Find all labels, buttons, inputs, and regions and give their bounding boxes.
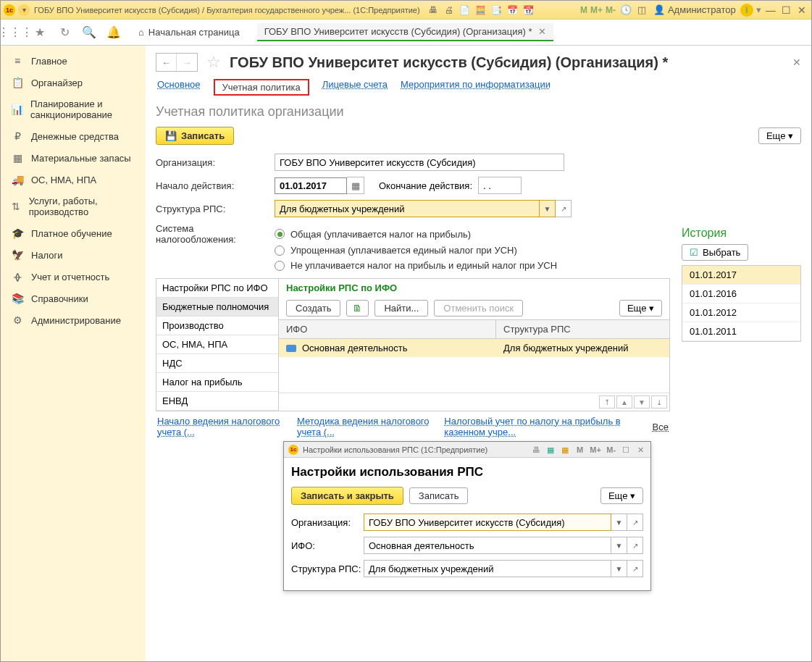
dialog-print-icon[interactable]: 🖶 <box>531 445 543 454</box>
find-button[interactable]: Найти... <box>374 300 428 317</box>
calc-icon[interactable]: 🧮 <box>475 4 487 16</box>
write-button[interactable]: 💾Записать <box>156 127 234 145</box>
dialog-m-icon[interactable]: M <box>574 445 586 454</box>
page-close-icon[interactable]: ✕ <box>792 56 801 68</box>
minimize-icon[interactable]: — <box>764 4 777 16</box>
end-date-field[interactable]: . . <box>478 177 522 194</box>
nav-down-icon[interactable]: ▼ <box>634 395 650 408</box>
sidebar-item-accounting[interactable]: ᚖУчет и отчетность <box>1 266 146 288</box>
cat-budget[interactable]: Бюджетные полномочия <box>156 298 278 317</box>
dialog-close-icon[interactable]: ✕ <box>635 445 646 455</box>
print2-icon[interactable]: 🖨 <box>443 4 455 16</box>
tab-policy[interactable]: Учетная политика <box>214 79 309 96</box>
cat-profit-tax[interactable]: Налог на прибыль <box>156 373 278 392</box>
favorite-icon[interactable]: ★ <box>33 25 47 40</box>
create-button[interactable]: Создать <box>286 300 340 317</box>
history-item[interactable]: 01.01.2011 <box>682 322 800 341</box>
start-date-field[interactable]: 01.01.2017 <box>275 177 347 194</box>
m-minus-icon[interactable]: М- <box>606 5 616 15</box>
dialog-maximize-icon[interactable]: ☐ <box>620 445 632 455</box>
dialog-ifo-dd-icon[interactable]: ▼ <box>611 537 627 554</box>
tax-radio-usn[interactable]: Упрощенная (уплачивается единый налог пр… <box>275 245 670 256</box>
m-icon[interactable]: М <box>580 5 587 15</box>
save-close-button[interactable]: Записать и закрыть <box>291 487 403 505</box>
dialog-org-dd-icon[interactable]: ▼ <box>611 514 627 531</box>
m-plus-icon[interactable]: М+ <box>590 5 603 15</box>
clock-icon[interactable]: 🕓 <box>620 4 632 15</box>
copy-button[interactable]: 🗎 <box>346 300 369 317</box>
cat-envd[interactable]: ЕНВД <box>156 392 278 411</box>
maximize-icon[interactable]: ☐ <box>779 4 792 16</box>
footer-link-2[interactable]: Методика ведения налогового учета (... <box>297 416 431 437</box>
dialog-save-button[interactable]: Записать <box>409 487 469 504</box>
dialog-more-button[interactable]: Еще ▾ <box>600 487 643 504</box>
footer-all-link[interactable]: Все <box>653 422 669 432</box>
footer-link-3[interactable]: Налоговый учет по налогу на прибыль в ка… <box>444 416 639 437</box>
rps-dropdown-icon[interactable]: ▼ <box>540 200 556 217</box>
sidebar-item-services[interactable]: ⇅Услуги, работы, производство <box>1 190 146 222</box>
history-icon[interactable]: ↻ <box>57 25 72 40</box>
calendar-picker-icon[interactable]: ▦ <box>347 177 364 194</box>
history-select-button[interactable]: ☑Выбрать <box>682 244 748 261</box>
cat-os[interactable]: ОС, НМА, НПА <box>156 335 278 354</box>
sidebar-item-os[interactable]: 🚚ОС, НМА, НПА <box>1 169 146 190</box>
sidebar-item-admin[interactable]: ⚙Администрирование <box>1 309 146 331</box>
cat-nds[interactable]: НДС <box>156 354 278 373</box>
apps-icon[interactable]: ⋮⋮⋮ <box>8 25 22 40</box>
dialog-date-icon[interactable]: ▦ <box>559 445 571 455</box>
doc-icon[interactable]: 📄 <box>459 4 471 16</box>
more-button[interactable]: Еще ▾ <box>758 127 801 144</box>
close-icon[interactable]: ✕ <box>795 4 808 16</box>
dialog-rps-open-icon[interactable]: ↗ <box>627 560 643 577</box>
back-icon[interactable]: ← <box>156 54 177 71</box>
rps-open-icon[interactable]: ↗ <box>556 200 572 217</box>
tab-close-icon[interactable]: ✕ <box>538 26 546 37</box>
table-row[interactable]: Основная деятельность Для бюджетных учре… <box>279 339 669 357</box>
nav-first-icon[interactable]: ⤒ <box>599 395 615 408</box>
dropdown-icon[interactable]: ▾ <box>18 4 30 16</box>
history-item[interactable]: 01.01.2017 <box>682 266 800 285</box>
tax-radio-none[interactable]: Не уплачивается налог на прибыль и едины… <box>275 260 670 271</box>
active-tab[interactable]: ГОБУ ВПО Университет искусств (Субсидия)… <box>257 23 553 41</box>
sidebar-item-main[interactable]: ≡Главное <box>1 50 146 72</box>
tab-main[interactable]: Основное <box>157 79 201 96</box>
cat-rps-ifo[interactable]: Настройки РПС по ИФО <box>156 279 278 298</box>
calendar-icon[interactable]: 📅 <box>507 4 519 16</box>
sidebar-item-money[interactable]: ₽Денежные средства <box>1 125 146 147</box>
dialog-ifo-open-icon[interactable]: ↗ <box>627 537 643 554</box>
dialog-rps-dd-icon[interactable]: ▼ <box>611 560 627 577</box>
home-tab[interactable]: ⌂ Начальная страница <box>131 27 247 38</box>
sidebar-item-taxes[interactable]: 🦅Налоги <box>1 244 146 266</box>
search-icon[interactable]: 🔍 <box>82 25 96 40</box>
dialog-cal-icon[interactable]: ▦ <box>545 445 556 455</box>
dialog-mminus-icon[interactable]: M- <box>606 445 617 454</box>
rps-combo[interactable]: Для бюджетных учреждений <box>275 200 540 217</box>
cancel-find-button[interactable]: Отменить поиск <box>434 300 523 317</box>
user-label[interactable]: 👤 Администратор <box>653 4 736 15</box>
tab-events[interactable]: Мероприятия по информатизации <box>401 79 551 96</box>
cat-production[interactable]: Производство <box>156 317 278 335</box>
detail-more-button[interactable]: Еще ▾ <box>619 300 662 317</box>
dialog-rps-field[interactable]: Для бюджетных учреждений <box>364 560 611 577</box>
date-icon[interactable]: 📆 <box>523 4 535 16</box>
dialog-ifo-field[interactable]: Основная деятельность <box>364 537 611 554</box>
history-item[interactable]: 01.01.2016 <box>682 285 800 303</box>
star-icon[interactable]: ☆ <box>206 53 221 72</box>
sidebar-item-planning[interactable]: 📊Планирование и санкционирование <box>1 93 146 125</box>
col-ifo[interactable]: ИФО <box>279 320 496 338</box>
dialog-org-open-icon[interactable]: ↗ <box>627 514 643 531</box>
col-rps[interactable]: Структура РПС <box>496 320 578 338</box>
dialog-org-field[interactable]: ГОБУ ВПО Университет искусств (Субсидия) <box>364 514 611 531</box>
footer-link-1[interactable]: Начало ведения налогового учета (... <box>157 416 284 437</box>
forward-icon[interactable]: → <box>177 54 197 71</box>
report-icon[interactable]: 📑 <box>491 4 503 16</box>
nav-last-icon[interactable]: ⤓ <box>651 395 667 408</box>
bell-icon[interactable]: 🔔 <box>106 25 121 40</box>
panel-icon[interactable]: ◫ <box>637 4 646 15</box>
org-field[interactable]: ГОБУ ВПО Университет искусств (Субсидия) <box>275 154 564 171</box>
tab-accounts[interactable]: Лицевые счета <box>322 79 388 96</box>
sidebar-item-materials[interactable]: ▦Материальные запасы <box>1 147 146 169</box>
info-icon[interactable]: i <box>740 4 753 17</box>
dialog-mplus-icon[interactable]: M+ <box>590 445 601 454</box>
print-icon[interactable]: 🖶 <box>427 4 439 16</box>
